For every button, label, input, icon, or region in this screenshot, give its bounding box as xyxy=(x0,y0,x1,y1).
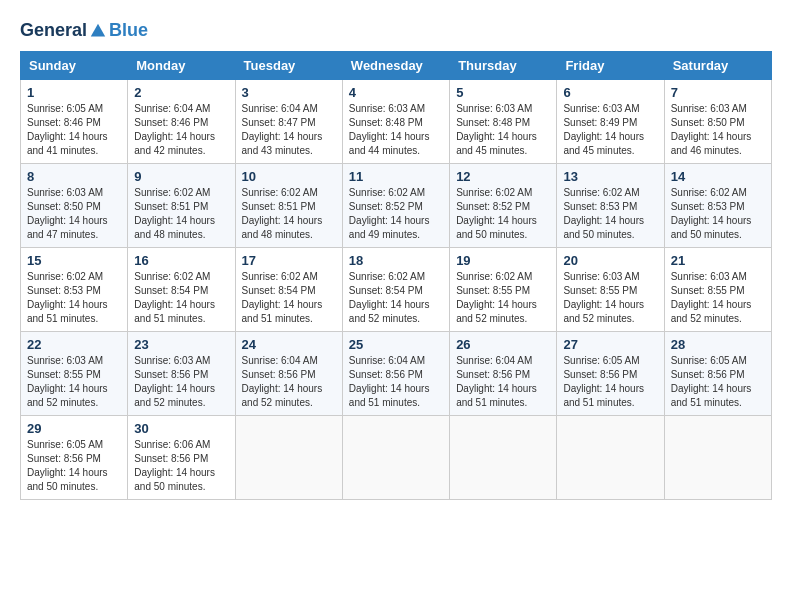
sunset-label: Sunset: 8:55 PM xyxy=(456,285,530,296)
daylight-minutes: and 52 minutes. xyxy=(456,313,527,324)
calendar-cell: 4 Sunrise: 6:03 AM Sunset: 8:48 PM Dayli… xyxy=(342,80,449,164)
sunrise-label: Sunrise: 6:03 AM xyxy=(671,271,747,282)
day-number: 30 xyxy=(134,421,228,436)
calendar-cell: 16 Sunrise: 6:02 AM Sunset: 8:54 PM Dayl… xyxy=(128,248,235,332)
sunset-label: Sunset: 8:54 PM xyxy=(242,285,316,296)
sunrise-label: Sunrise: 6:02 AM xyxy=(134,187,210,198)
day-info: Sunrise: 6:06 AM Sunset: 8:56 PM Dayligh… xyxy=(134,438,228,494)
calendar-cell: 29 Sunrise: 6:05 AM Sunset: 8:56 PM Dayl… xyxy=(21,416,128,500)
calendar-cell: 15 Sunrise: 6:02 AM Sunset: 8:53 PM Dayl… xyxy=(21,248,128,332)
day-number: 18 xyxy=(349,253,443,268)
daylight-label: Daylight: 14 hours xyxy=(456,215,537,226)
day-info: Sunrise: 6:02 AM Sunset: 8:54 PM Dayligh… xyxy=(349,270,443,326)
calendar-week-row: 15 Sunrise: 6:02 AM Sunset: 8:53 PM Dayl… xyxy=(21,248,772,332)
day-info: Sunrise: 6:03 AM Sunset: 8:55 PM Dayligh… xyxy=(27,354,121,410)
sunset-label: Sunset: 8:46 PM xyxy=(134,117,208,128)
daylight-minutes: and 52 minutes. xyxy=(563,313,634,324)
sunrise-label: Sunrise: 6:02 AM xyxy=(349,271,425,282)
calendar-header-tuesday: Tuesday xyxy=(235,52,342,80)
calendar-cell: 26 Sunrise: 6:04 AM Sunset: 8:56 PM Dayl… xyxy=(450,332,557,416)
sunset-label: Sunset: 8:56 PM xyxy=(456,369,530,380)
daylight-minutes: and 51 minutes. xyxy=(349,397,420,408)
calendar-cell: 27 Sunrise: 6:05 AM Sunset: 8:56 PM Dayl… xyxy=(557,332,664,416)
daylight-label: Daylight: 14 hours xyxy=(671,299,752,310)
day-info: Sunrise: 6:04 AM Sunset: 8:56 PM Dayligh… xyxy=(456,354,550,410)
day-number: 2 xyxy=(134,85,228,100)
day-info: Sunrise: 6:02 AM Sunset: 8:53 PM Dayligh… xyxy=(671,186,765,242)
day-info: Sunrise: 6:02 AM Sunset: 8:54 PM Dayligh… xyxy=(242,270,336,326)
sunset-label: Sunset: 8:54 PM xyxy=(134,285,208,296)
calendar-cell: 19 Sunrise: 6:02 AM Sunset: 8:55 PM Dayl… xyxy=(450,248,557,332)
calendar-cell: 25 Sunrise: 6:04 AM Sunset: 8:56 PM Dayl… xyxy=(342,332,449,416)
calendar-header-saturday: Saturday xyxy=(664,52,771,80)
calendar-cell: 3 Sunrise: 6:04 AM Sunset: 8:47 PM Dayli… xyxy=(235,80,342,164)
day-number: 29 xyxy=(27,421,121,436)
sunrise-label: Sunrise: 6:02 AM xyxy=(27,271,103,282)
daylight-label: Daylight: 14 hours xyxy=(349,131,430,142)
sunset-label: Sunset: 8:56 PM xyxy=(134,369,208,380)
daylight-minutes: and 50 minutes. xyxy=(134,481,205,492)
calendar-cell: 14 Sunrise: 6:02 AM Sunset: 8:53 PM Dayl… xyxy=(664,164,771,248)
day-info: Sunrise: 6:03 AM Sunset: 8:55 PM Dayligh… xyxy=(563,270,657,326)
day-info: Sunrise: 6:04 AM Sunset: 8:47 PM Dayligh… xyxy=(242,102,336,158)
sunrise-label: Sunrise: 6:03 AM xyxy=(671,103,747,114)
sunrise-label: Sunrise: 6:02 AM xyxy=(671,187,747,198)
daylight-label: Daylight: 14 hours xyxy=(671,383,752,394)
sunrise-label: Sunrise: 6:02 AM xyxy=(456,187,532,198)
day-info: Sunrise: 6:05 AM Sunset: 8:56 PM Dayligh… xyxy=(671,354,765,410)
calendar-table: SundayMondayTuesdayWednesdayThursdayFrid… xyxy=(20,51,772,500)
calendar-cell: 6 Sunrise: 6:03 AM Sunset: 8:49 PM Dayli… xyxy=(557,80,664,164)
day-number: 24 xyxy=(242,337,336,352)
day-number: 28 xyxy=(671,337,765,352)
calendar-cell xyxy=(664,416,771,500)
daylight-minutes: and 50 minutes. xyxy=(563,229,634,240)
daylight-label: Daylight: 14 hours xyxy=(27,467,108,478)
daylight-minutes: and 42 minutes. xyxy=(134,145,205,156)
calendar-cell: 7 Sunrise: 6:03 AM Sunset: 8:50 PM Dayli… xyxy=(664,80,771,164)
daylight-label: Daylight: 14 hours xyxy=(456,131,537,142)
calendar-cell: 30 Sunrise: 6:06 AM Sunset: 8:56 PM Dayl… xyxy=(128,416,235,500)
daylight-label: Daylight: 14 hours xyxy=(27,383,108,394)
calendar-cell: 22 Sunrise: 6:03 AM Sunset: 8:55 PM Dayl… xyxy=(21,332,128,416)
day-number: 15 xyxy=(27,253,121,268)
daylight-label: Daylight: 14 hours xyxy=(242,299,323,310)
sunrise-label: Sunrise: 6:02 AM xyxy=(242,187,318,198)
day-number: 23 xyxy=(134,337,228,352)
daylight-minutes: and 48 minutes. xyxy=(242,229,313,240)
sunset-label: Sunset: 8:55 PM xyxy=(671,285,745,296)
sunset-label: Sunset: 8:52 PM xyxy=(456,201,530,212)
calendar-cell xyxy=(235,416,342,500)
sunset-label: Sunset: 8:53 PM xyxy=(27,285,101,296)
calendar-header-thursday: Thursday xyxy=(450,52,557,80)
daylight-minutes: and 41 minutes. xyxy=(27,145,98,156)
day-number: 11 xyxy=(349,169,443,184)
daylight-label: Daylight: 14 hours xyxy=(134,215,215,226)
day-info: Sunrise: 6:04 AM Sunset: 8:56 PM Dayligh… xyxy=(349,354,443,410)
day-number: 1 xyxy=(27,85,121,100)
day-number: 26 xyxy=(456,337,550,352)
sunset-label: Sunset: 8:54 PM xyxy=(349,285,423,296)
day-info: Sunrise: 6:03 AM Sunset: 8:56 PM Dayligh… xyxy=(134,354,228,410)
sunrise-label: Sunrise: 6:04 AM xyxy=(134,103,210,114)
sunrise-label: Sunrise: 6:05 AM xyxy=(27,103,103,114)
day-number: 4 xyxy=(349,85,443,100)
day-info: Sunrise: 6:05 AM Sunset: 8:56 PM Dayligh… xyxy=(27,438,121,494)
logo: General Blue xyxy=(20,20,148,41)
sunrise-label: Sunrise: 6:06 AM xyxy=(134,439,210,450)
sunset-label: Sunset: 8:49 PM xyxy=(563,117,637,128)
calendar-cell: 11 Sunrise: 6:02 AM Sunset: 8:52 PM Dayl… xyxy=(342,164,449,248)
daylight-minutes: and 45 minutes. xyxy=(563,145,634,156)
sunrise-label: Sunrise: 6:02 AM xyxy=(456,271,532,282)
day-info: Sunrise: 6:02 AM Sunset: 8:54 PM Dayligh… xyxy=(134,270,228,326)
sunrise-label: Sunrise: 6:03 AM xyxy=(563,103,639,114)
sunrise-label: Sunrise: 6:02 AM xyxy=(563,187,639,198)
logo-icon xyxy=(89,22,107,40)
sunset-label: Sunset: 8:56 PM xyxy=(563,369,637,380)
day-number: 19 xyxy=(456,253,550,268)
logo-general-text: General xyxy=(20,20,87,41)
day-number: 13 xyxy=(563,169,657,184)
daylight-minutes: and 51 minutes. xyxy=(563,397,634,408)
sunset-label: Sunset: 8:51 PM xyxy=(134,201,208,212)
sunset-label: Sunset: 8:53 PM xyxy=(563,201,637,212)
daylight-minutes: and 50 minutes. xyxy=(456,229,527,240)
